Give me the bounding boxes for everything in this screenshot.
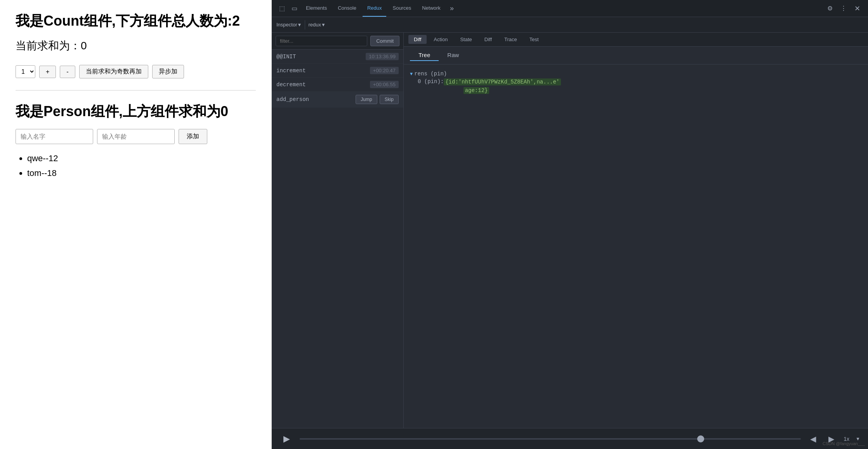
action-name-increment: increment: [276, 68, 370, 74]
name-input[interactable]: [16, 129, 93, 144]
action-time-init: 10:13:36.99: [366, 53, 399, 60]
tab-test[interactable]: Test: [524, 35, 544, 44]
current-sum: 当前求和为：0: [16, 38, 256, 53]
count-select[interactable]: 1 2 3: [16, 65, 35, 78]
async-add-button[interactable]: 异步加: [152, 65, 184, 78]
watermark: CSDN @fangyuan___: [823, 441, 865, 446]
cursor-icon[interactable]: ⬚: [276, 3, 287, 14]
tree-value-age: age:12}: [464, 87, 490, 94]
tab-network[interactable]: Network: [417, 0, 445, 17]
action-item-init[interactable]: @@INIT 10:13:36.99: [272, 50, 403, 64]
count-title: 我是Count组件,下方组件总人数为:2: [16, 12, 256, 31]
list-item: tom--18: [27, 168, 256, 178]
redux-main: Commit @@INIT 10:13:36.99 increment +00:…: [272, 33, 868, 428]
tab-sources[interactable]: Sources: [388, 0, 416, 17]
person-inputs: 添加: [16, 129, 256, 144]
close-icon[interactable]: ✕: [851, 3, 863, 14]
seek-bar[interactable]: [300, 438, 801, 440]
current-sum-value: 0: [81, 40, 87, 52]
list-item: qwe--12: [27, 153, 256, 164]
tab-trace[interactable]: Trace: [499, 35, 523, 44]
person-title: 我是Person组件,上方组件求和为0: [16, 102, 256, 121]
commit-button[interactable]: Commit: [370, 36, 399, 46]
tree-raw-tabs: Tree Raw: [404, 47, 868, 64]
action-buttons: Jump Skip: [356, 95, 399, 104]
age-input[interactable]: [97, 129, 175, 144]
tree-indent: 0 (pin): {id:'nhtfUUhV7PWzKd_5Z8EAh',na.…: [418, 78, 862, 94]
controls-row: 1 2 3 + - 当前求和为奇数再加 异步加: [16, 65, 256, 78]
tree-value-id: {id:'nhtfUUhV7PWzKd_5Z8EAh',na...e': [444, 78, 561, 85]
more-tabs-icon[interactable]: »: [447, 3, 457, 14]
header-divider: [305, 20, 305, 30]
inspector-title: Inspector: [276, 22, 297, 28]
tab-diff1[interactable]: Diff: [408, 35, 427, 44]
tree-index: 0 (pin):: [418, 78, 444, 85]
inspector-pane: Commit @@INIT 10:13:36.99 increment +00:…: [272, 33, 404, 428]
tree-child-node: 0 (pin): {id:'nhtfUUhV7PWzKd_5Z8EAh',na.…: [418, 78, 862, 85]
action-item-decrement[interactable]: decrement +00:06.55: [272, 78, 403, 92]
divider: [16, 90, 256, 90]
tab-elements[interactable]: Elements: [301, 0, 332, 17]
tree-root-node: ▼ rens (pin): [410, 71, 862, 77]
prev-button[interactable]: ◀: [807, 433, 819, 445]
settings-icon[interactable]: ⚙: [824, 3, 836, 14]
action-item-increment[interactable]: increment +00:20.47: [272, 64, 403, 78]
tree-content: ▼ rens (pin) 0 (pin): {id:'nhtfUUhV7PWzK…: [404, 64, 868, 428]
action-list: @@INIT 10:13:36.99 increment +00:20.47 d…: [272, 50, 403, 428]
tab-raw[interactable]: Raw: [439, 50, 467, 61]
action-time-decrement: +00:06.55: [370, 81, 399, 88]
tab-console[interactable]: Console: [333, 0, 361, 17]
tab-tree[interactable]: Tree: [410, 50, 439, 61]
filter-input[interactable]: [276, 36, 367, 46]
left-panel: 我是Count组件,下方组件总人数为:2 当前求和为：0 1 2 3 + - 当…: [0, 0, 272, 449]
tab-action[interactable]: Action: [428, 35, 453, 44]
filter-row: Commit: [272, 33, 403, 50]
tree-root-key: rens (pin): [414, 71, 447, 77]
odd-add-button[interactable]: 当前求和为奇数再加: [79, 65, 148, 78]
action-name-init: @@INIT: [276, 54, 366, 60]
tab-diff2[interactable]: Diff: [479, 35, 497, 44]
tree-arrow-icon[interactable]: ▼: [410, 71, 413, 77]
redux-title: redux: [308, 22, 321, 28]
device-icon[interactable]: ▭: [289, 3, 300, 14]
person-list: qwe--12 tom--18: [16, 153, 256, 178]
seek-thumb[interactable]: [697, 435, 704, 442]
current-sum-label: 当前求和为：: [16, 40, 81, 52]
add-button[interactable]: +: [39, 66, 56, 78]
redux-dropdown-icon[interactable]: ▼: [321, 22, 326, 28]
tree-age-node: age:12}: [418, 87, 862, 94]
sub-button[interactable]: -: [60, 66, 75, 78]
tab-redux[interactable]: Redux: [363, 0, 387, 17]
playback-bar: ▶ ◀ ▶ 1x ▼: [272, 428, 868, 449]
detail-pane: Diff Action State Diff Trace Test Tree R…: [404, 33, 868, 428]
more-options-icon[interactable]: ⋮: [837, 3, 850, 14]
tab-state[interactable]: State: [455, 35, 477, 44]
action-time-increment: +00:20.47: [370, 67, 399, 74]
redux-header: Inspector ▼ redux ▼: [272, 17, 868, 33]
devtools-topbar: ⬚ ▭ Elements Console Redux Sources Netwo…: [272, 0, 868, 17]
action-name-add-person: add_person: [276, 96, 356, 103]
play-button[interactable]: ▶: [279, 432, 293, 446]
add-person-button[interactable]: 添加: [179, 129, 207, 144]
action-name-decrement: decrement: [276, 82, 370, 88]
skip-button[interactable]: Skip: [380, 95, 399, 104]
jump-button[interactable]: Jump: [356, 95, 377, 104]
devtools-panel: ⬚ ▭ Elements Console Redux Sources Netwo…: [272, 0, 868, 449]
seek-fill: [300, 438, 701, 440]
inspector-dropdown-icon[interactable]: ▼: [297, 22, 302, 28]
speed-dropdown-icon[interactable]: ▼: [856, 436, 860, 442]
detail-tabs: Diff Action State Diff Trace Test: [404, 33, 868, 47]
action-item-add-person[interactable]: add_person Jump Skip: [272, 92, 403, 108]
